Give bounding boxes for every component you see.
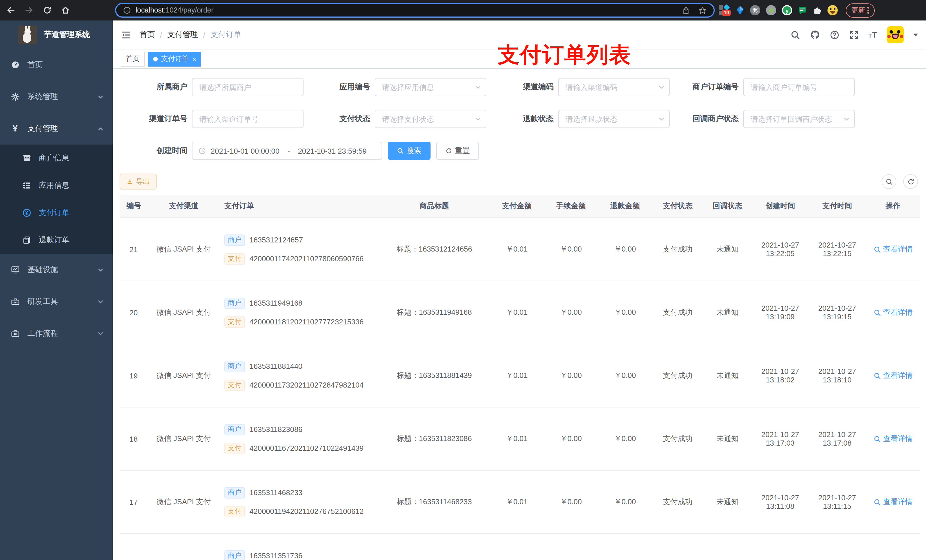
cell-refund-amount: ￥0.00 <box>598 471 652 533</box>
breadcrumb-pay-manage[interactable]: 支付管理 <box>168 30 198 40</box>
filter-notify-status-input[interactable] <box>743 110 855 128</box>
chat-extension-icon[interactable] <box>798 6 807 15</box>
fullscreen-icon[interactable] <box>849 30 859 39</box>
pay-status: 支付成功 <box>663 434 693 444</box>
sidebar-item-bottom-2[interactable]: 工作流程 <box>0 318 113 349</box>
browser-reload-icon[interactable] <box>40 3 54 18</box>
reset-button[interactable]: 重置 <box>436 142 479 160</box>
paid-time: 2021-10-2713:17:08 <box>819 430 856 447</box>
column-header-2: 支付订单 <box>216 201 379 211</box>
cell-order-numbers: 商户1635311351736支付 <box>216 534 379 560</box>
merchant-order-no: 1635311949168 <box>250 299 303 307</box>
sidebar-subitem-0[interactable]: 商户信息 <box>0 145 113 172</box>
cell-channel: 微信 JSAPI 支付 <box>151 344 216 407</box>
merchant-order-line: 商户1635312124657 <box>224 234 303 246</box>
export-button[interactable]: 导出 <box>120 174 157 190</box>
table-body: 21微信 JSAPI 支付商户1635312124657支付4200001174… <box>120 218 920 560</box>
sidebar-item-bottom-0[interactable]: 基础设施 <box>0 254 113 286</box>
help-icon[interactable] <box>830 30 840 39</box>
pay-status: 支付成功 <box>663 307 693 318</box>
view-detail-link[interactable]: 查看详情 <box>873 307 912 318</box>
sidebar-item-1[interactable]: 系统管理 <box>0 81 113 113</box>
cell-pay-amount: ￥0.01 <box>490 471 544 533</box>
site-info-icon[interactable] <box>123 6 131 14</box>
dashboard-icon <box>10 60 20 70</box>
sidebar-subitem-2[interactable]: 支付订单 <box>0 199 113 226</box>
cell-action: 查看详情 <box>865 471 920 533</box>
column-header-8: 回调状态 <box>703 201 752 211</box>
tag-label: 首页 <box>126 54 139 64</box>
avatar-caret-icon[interactable] <box>914 33 918 36</box>
paid-time: 2021-10-2713:19:15 <box>819 304 856 321</box>
browser-forward-icon[interactable] <box>22 3 36 18</box>
merchant-tag: 商户 <box>224 487 245 498</box>
filter-channel-code-input[interactable] <box>558 78 670 96</box>
filter-merchant-order-no-input[interactable] <box>743 78 855 96</box>
cell-notify-status: 未通知 <box>703 408 752 470</box>
chevron-up-icon <box>97 125 104 132</box>
user-avatar[interactable] <box>887 26 904 43</box>
browser-menu-icon[interactable] <box>867 7 869 14</box>
cell-notify-status: 未通知 <box>703 281 752 344</box>
sidebar-item-label: 研发工具 <box>27 296 97 307</box>
toggle-search-button[interactable] <box>882 174 896 189</box>
kite-extension-icon[interactable] <box>736 5 744 15</box>
sidebar-item-bottom-1[interactable]: 研发工具 <box>0 286 113 318</box>
share-icon[interactable] <box>682 6 690 15</box>
yen-icon: ¥ <box>10 124 20 133</box>
sidebar-subitem-3[interactable]: 退款订单 <box>0 226 113 254</box>
row-no: 17 <box>130 498 138 506</box>
filter-refund-status-field <box>558 110 670 128</box>
bookmark-star-icon[interactable] <box>698 6 707 15</box>
view-detail-link[interactable]: 查看详情 <box>873 244 912 254</box>
tab-0[interactable]: 首页 <box>121 51 145 66</box>
browser-back-icon[interactable] <box>3 3 18 18</box>
filter-channel-order-no-input[interactable] <box>192 110 304 128</box>
sidebar-toggle-icon[interactable] <box>113 30 139 39</box>
cell-order-numbers: 商户1635312124657支付42000011742021102780605… <box>216 218 379 281</box>
created-time: 2021-10-2713:18:02 <box>761 367 799 384</box>
filter-refund-status-label: 退款状态 <box>486 114 558 124</box>
header-search-icon[interactable] <box>790 30 800 39</box>
tag-close-icon[interactable]: × <box>192 56 196 62</box>
filter-refund-status-input[interactable] <box>558 110 670 128</box>
view-detail-search-icon <box>873 372 881 379</box>
font-size-icon[interactable]: TT <box>869 30 877 39</box>
sidebar-item-0[interactable]: 首页 <box>0 49 113 81</box>
profile-emoji-icon[interactable] <box>828 5 838 15</box>
browser-update-button[interactable]: 更新 <box>846 3 875 17</box>
browser-home-icon[interactable] <box>58 3 73 18</box>
filter-merchant-field <box>192 78 304 96</box>
command-extension-icon[interactable]: ⌘ <box>750 5 760 15</box>
tab-active-1[interactable]: 支付订单× <box>148 51 201 66</box>
cell-refund-amount: ￥0.00 <box>598 408 652 470</box>
filter-merchant-input[interactable] <box>192 78 304 96</box>
created-time: 2021-10-2713:22:05 <box>761 241 799 258</box>
created-time: 2021-10-2713:19:09 <box>761 304 799 321</box>
extensions-puzzle-icon[interactable] <box>813 6 822 15</box>
view-detail-link[interactable]: 查看详情 <box>873 370 912 381</box>
search-button[interactable]: 搜索 <box>388 142 431 160</box>
view-detail-link[interactable]: 查看详情 <box>873 497 912 507</box>
refresh-table-button[interactable] <box>903 174 918 189</box>
table-row: 20微信 JSAPI 支付商户1635311949168支付4200001181… <box>120 281 920 344</box>
view-detail-link[interactable]: 查看详情 <box>873 434 912 444</box>
y-extension-icon[interactable]: y <box>782 5 792 15</box>
cell-refund-amount: ￥0.00 <box>598 281 652 344</box>
breadcrumb-home[interactable]: 首页 <box>139 30 155 40</box>
cell-paid-time: 2021-10-2713:17:08 <box>809 408 865 470</box>
extension-badge-icon[interactable]: 10 <box>719 5 730 16</box>
filter-app-no-input[interactable] <box>375 78 486 96</box>
address-bar[interactable]: localhost:1024/pay/order <box>115 3 715 18</box>
created-clock: 13:11:08 <box>761 502 799 510</box>
gray-dot-extension-icon[interactable] <box>766 5 776 15</box>
created-clock: 13:22:05 <box>761 249 799 258</box>
sidebar-item-2[interactable]: ¥支付管理 <box>0 113 113 145</box>
sidebar-subitem-1[interactable]: 应用信息 <box>0 172 113 199</box>
create-time-range-picker[interactable]: 2021-10-01 00:00:00 - 2021-10-31 23:59:5… <box>192 142 382 160</box>
filter-pay-status-input[interactable] <box>375 110 486 128</box>
pay-order-no: 4200001174202110278060590766 <box>250 254 364 263</box>
table-row: 18微信 JSAPI 支付商户1635311823086支付4200001167… <box>120 408 920 471</box>
github-icon[interactable] <box>810 30 820 40</box>
cell-action: 查看详情 <box>865 344 920 407</box>
